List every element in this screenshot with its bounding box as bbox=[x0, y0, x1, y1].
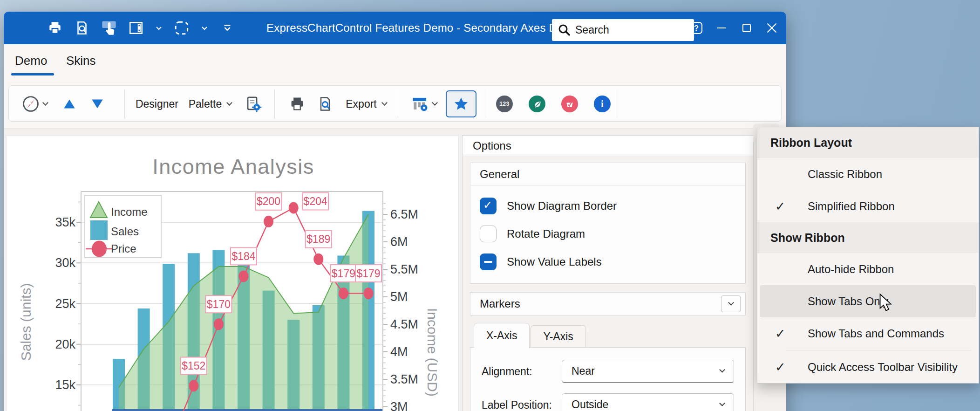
print-button[interactable] bbox=[285, 86, 310, 122]
price-value-label: $200 bbox=[257, 195, 280, 207]
compass-dropdown-button[interactable] bbox=[16, 86, 53, 122]
tab-skins[interactable]: Skins bbox=[66, 54, 96, 68]
chart-legend: IncomeSalesPrice bbox=[85, 195, 161, 258]
print-preview-button[interactable] bbox=[313, 86, 338, 122]
search-input[interactable] bbox=[575, 24, 682, 36]
price-value-label: $152 bbox=[182, 360, 205, 372]
price-marker[interactable] bbox=[264, 216, 273, 227]
field-label: Alignment: bbox=[482, 365, 562, 378]
favorite-toggle-button[interactable] bbox=[446, 90, 476, 117]
print-icon bbox=[289, 96, 306, 112]
titlebar: ExpressChartControl Features Demo - Seco… bbox=[4, 12, 786, 44]
menu-item-classic-ribbon[interactable]: Classic Ribbon bbox=[757, 158, 979, 190]
minimize-icon[interactable] bbox=[711, 17, 732, 39]
chevron-down-icon[interactable] bbox=[198, 17, 211, 39]
up-triangle-button[interactable] bbox=[55, 86, 83, 122]
price-marker[interactable] bbox=[214, 318, 224, 330]
income-analysis-chart[interactable]: Income Analysis35k30k25k20k15k6.5M6M5.5M… bbox=[7, 136, 458, 411]
price-marker[interactable] bbox=[313, 253, 323, 265]
general-groupbox: General Show Diagram BorderRotate Diagra… bbox=[470, 163, 746, 284]
window-title: ExpressChartControl Features Demo - Seco… bbox=[266, 21, 579, 34]
info-badge-text: i bbox=[601, 98, 604, 110]
checkbox-label: Show Value Labels bbox=[507, 255, 602, 268]
count-badge-icon[interactable]: 123 bbox=[496, 96, 513, 112]
markers-header[interactable]: Markers bbox=[470, 292, 746, 315]
chart-settings-dropdown-button[interactable] bbox=[406, 86, 442, 122]
chevron-down-icon bbox=[381, 100, 388, 106]
close-icon[interactable] bbox=[761, 17, 783, 39]
tab-y-axis[interactable]: Y-Axis bbox=[531, 325, 585, 347]
chevron-down-icon bbox=[719, 367, 725, 373]
checkbox-label: Show Diagram Border bbox=[507, 199, 617, 212]
price-marker[interactable] bbox=[239, 270, 249, 282]
field-row-alignment: Alignment:Near bbox=[482, 360, 734, 383]
price-value-label: $189 bbox=[306, 233, 330, 245]
checkbox-rotate-diagram[interactable] bbox=[480, 226, 497, 242]
right-axis-tick: 3M bbox=[390, 400, 408, 411]
right-axis-tick: 6.5M bbox=[390, 207, 418, 221]
more-commands-icon[interactable] bbox=[217, 17, 238, 39]
svg-text:?: ? bbox=[694, 24, 699, 32]
menu-item-simplified-ribbon[interactable]: ✓Simplified Ribbon bbox=[757, 190, 979, 222]
field-row-label-position: Label Position:Outside bbox=[482, 393, 734, 411]
selection-frame-icon[interactable] bbox=[171, 17, 192, 39]
print-icon[interactable] bbox=[45, 17, 65, 39]
menu-item-quick-access-toolbar-visibility[interactable]: ✓Quick Access Toolbar Visibility bbox=[757, 351, 979, 383]
app-window: ExpressChartControl Features Demo - Seco… bbox=[4, 12, 786, 411]
help-icon[interactable]: ? bbox=[686, 17, 707, 39]
right-axis-tick: 3.5M bbox=[390, 372, 418, 386]
combo-alignment[interactable]: Near bbox=[562, 360, 734, 383]
menu-item-label: Quick Access Toolbar Visibility bbox=[808, 361, 958, 374]
menu-item-label: Simplified Ribbon bbox=[808, 200, 895, 213]
report-settings-button[interactable] bbox=[241, 86, 266, 122]
search-box[interactable] bbox=[552, 19, 694, 41]
chart-settings-icon bbox=[411, 95, 429, 113]
combo-label-position[interactable]: Outside bbox=[562, 393, 734, 411]
legend-sales-square-icon bbox=[90, 220, 108, 240]
divider bbox=[274, 89, 275, 118]
page-scrollbar-icon[interactable] bbox=[126, 17, 146, 39]
maximize-icon[interactable] bbox=[736, 17, 757, 39]
right-axis-tick: 5.5M bbox=[390, 262, 418, 276]
checkbox-show-value-labels[interactable] bbox=[480, 253, 497, 270]
menu-item-auto-hide-ribbon[interactable]: Auto-hide Ribbon bbox=[757, 253, 979, 285]
options-panel-title: Options bbox=[463, 136, 753, 156]
price-value-label: $170 bbox=[207, 298, 231, 310]
export-dropdown-button[interactable]: Export bbox=[340, 86, 392, 122]
palette-dropdown-button[interactable]: Palette bbox=[182, 86, 238, 122]
right-axis-tick: 6M bbox=[390, 235, 408, 249]
markers-title: Markers bbox=[480, 297, 520, 310]
info-badge-icon[interactable]: i bbox=[594, 96, 611, 112]
tab-x-axis[interactable]: X-Axis bbox=[474, 323, 530, 348]
chevron-down-icon bbox=[42, 100, 48, 106]
markers-collapse-button[interactable] bbox=[721, 295, 741, 312]
active-tab-underline bbox=[11, 73, 54, 75]
checkbox-show-diagram-border[interactable] bbox=[480, 198, 497, 214]
menu-item-label: Auto-hide Ribbon bbox=[808, 263, 894, 276]
legend-entry-price: Price bbox=[111, 242, 136, 255]
chevron-down-icon[interactable] bbox=[153, 17, 165, 39]
leaf-badge-icon[interactable] bbox=[529, 96, 545, 112]
left-axis-tick: 35k bbox=[55, 215, 75, 229]
right-axis-title: Income (USD) bbox=[425, 308, 440, 397]
search-icon bbox=[558, 23, 572, 37]
ribbon-layout-menu: Ribbon LayoutClassic Ribbon✓Simplified R… bbox=[757, 127, 979, 384]
price-marker[interactable] bbox=[289, 202, 299, 214]
divider bbox=[617, 89, 617, 118]
basket-badge-icon[interactable] bbox=[561, 96, 578, 112]
menu-item-show-tabs-and-commands[interactable]: ✓Show Tabs and Commands bbox=[757, 317, 979, 349]
checkbox-row-rotate-diagram: Rotate Diagram bbox=[480, 220, 745, 248]
price-value-label: $184 bbox=[231, 250, 255, 262]
menu-item-show-tabs-only[interactable]: Show Tabs Only bbox=[760, 285, 976, 317]
designer-button[interactable]: Designer bbox=[134, 86, 180, 122]
price-marker[interactable] bbox=[364, 288, 374, 299]
print-preview-icon[interactable] bbox=[72, 17, 92, 39]
price-marker[interactable] bbox=[189, 380, 198, 392]
price-marker[interactable] bbox=[339, 288, 348, 299]
touch-mode-icon[interactable] bbox=[99, 17, 119, 39]
down-triangle-button[interactable] bbox=[83, 86, 111, 122]
left-axis-tick: 15k bbox=[55, 378, 75, 392]
chevron-down-icon bbox=[226, 100, 232, 106]
x-axis-scrollbar[interactable] bbox=[112, 409, 382, 411]
tab-demo[interactable]: Demo bbox=[15, 54, 47, 68]
